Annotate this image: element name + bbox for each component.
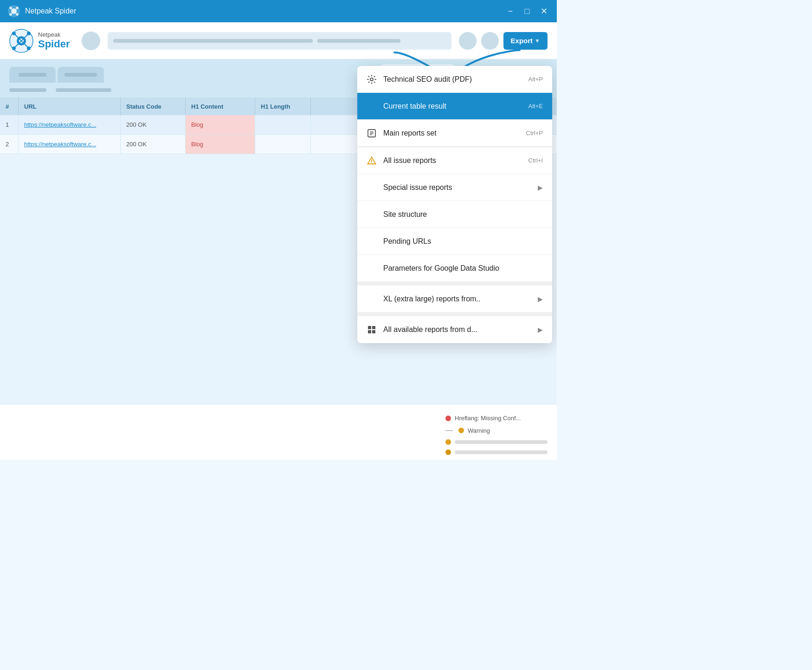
- menu-label-xl-reports: XL (extra large) reports from..: [383, 295, 531, 303]
- warning-label: Warning: [468, 427, 490, 434]
- toolbar-right: Export ▼: [459, 32, 548, 50]
- window-controls: − □ ✕: [505, 6, 549, 17]
- menu-label-special-issues: Special issue reports: [383, 183, 531, 192]
- cell-h1-2: Blog: [186, 135, 255, 154]
- search-bar[interactable]: [108, 32, 451, 50]
- menu-item-technical-seo[interactable]: Technical SEO audit (PDF) Alt+P: [357, 66, 552, 93]
- menu-label-main-reports: Main reports set: [383, 129, 520, 137]
- menu-item-xl-reports[interactable]: XL (extra large) reports from.. ▶: [357, 286, 552, 312]
- minimize-button[interactable]: −: [505, 6, 516, 17]
- app-body: Netpeak Spider Export ▼ URL Explorer (2): [0, 22, 557, 460]
- bottom-bar-item-2: [445, 449, 548, 455]
- menu-shortcut-current-table: Alt+E: [528, 103, 543, 110]
- export-dropdown-menu: Technical SEO audit (PDF) Alt+P Current …: [357, 66, 552, 343]
- menu-label-all-available: All available reports from d...: [383, 325, 531, 334]
- avatar: [82, 32, 100, 50]
- menu-item-all-issues[interactable]: All issue reports Ctrl+I: [357, 147, 552, 174]
- title-bar: Netpeak Spider − □ ✕: [0, 0, 557, 22]
- cell-url-2[interactable]: https://netpeaksoftware.c...: [19, 135, 121, 154]
- search-bar-placeholder2: [317, 39, 400, 43]
- toolbar-icon-1[interactable]: [459, 32, 477, 50]
- bottom-progress-bar-2: [455, 450, 548, 454]
- reports-icon: [367, 128, 377, 138]
- maximize-button[interactable]: □: [522, 6, 533, 17]
- svg-rect-32: [368, 330, 371, 333]
- svg-rect-30: [368, 326, 371, 329]
- all-available-icon: [367, 325, 377, 335]
- menu-shortcut-technical-seo: Alt+P: [528, 76, 543, 83]
- tab-inactive-1[interactable]: [9, 67, 56, 83]
- menu-item-site-structure[interactable]: Site structure: [357, 201, 552, 228]
- hreflang-item: Hreflang: Missing Conf...: [445, 415, 548, 422]
- export-dropdown-arrow: ▼: [535, 38, 540, 44]
- app-title: Netpeak Spider: [25, 7, 500, 15]
- col-header-h1: H1 Content: [186, 98, 255, 115]
- hreflang-label: Hreflang: Missing Conf...: [455, 415, 521, 422]
- dot-yellow3-icon: [445, 449, 451, 455]
- menu-label-google-data-studio: Parameters for Google Data Studio: [383, 264, 543, 273]
- svg-point-17: [12, 32, 16, 35]
- cell-url-1[interactable]: https://netpeaksoftware.c...: [19, 115, 121, 134]
- close-button[interactable]: ✕: [538, 6, 549, 17]
- dot-yellow2-icon: [445, 439, 451, 445]
- bottom-bar-item-1: [445, 439, 548, 445]
- col-header-h1len: H1 Length: [255, 98, 311, 115]
- menu-item-pending-urls[interactable]: Pending URLs: [357, 228, 552, 255]
- cell-num-2: 2: [0, 135, 19, 154]
- menu-shortcut-all-issues: Ctrl+I: [528, 157, 543, 164]
- app-logo-icon: [7, 5, 20, 18]
- menu-section-divider: [357, 282, 552, 286]
- svg-rect-33: [372, 330, 375, 333]
- bottom-progress-bar-1: [455, 440, 548, 444]
- cell-h1-1: Blog: [186, 115, 255, 134]
- cell-num-1: 1: [0, 115, 19, 134]
- col-header-status: Status Code: [121, 98, 186, 115]
- menu-item-all-available[interactable]: All available reports from d... ▶: [357, 316, 552, 343]
- xl-reports-arrow-icon: ▶: [538, 295, 543, 303]
- menu-label-pending-urls: Pending URLs: [383, 237, 543, 246]
- menu-item-main-reports[interactable]: Main reports set Ctrl+P: [357, 120, 552, 147]
- spider-logo-icon: [9, 29, 33, 53]
- svg-rect-31: [372, 326, 375, 329]
- export-label: Export: [511, 37, 533, 45]
- cell-status-1: 200 OK: [121, 115, 186, 134]
- logo-spider: Spider: [38, 39, 70, 50]
- svg-point-19: [12, 46, 16, 50]
- logo-area: Netpeak Spider: [9, 29, 70, 53]
- logo-netpeak: Netpeak: [38, 32, 70, 38]
- special-issues-arrow-icon: ▶: [538, 184, 543, 191]
- all-available-arrow-icon: ▶: [538, 326, 543, 333]
- toolbar-icon-2[interactable]: [481, 32, 499, 50]
- col-header-url: URL: [19, 98, 121, 115]
- logo-text: Netpeak Spider: [38, 32, 70, 49]
- dot-yellow-icon: [458, 428, 464, 433]
- menu-item-current-table[interactable]: Current table result Alt+E: [357, 93, 552, 120]
- bottom-panel: Hreflang: Missing Conf... — Warning: [0, 404, 557, 460]
- bottom-right-panel: Hreflang: Missing Conf... — Warning: [445, 415, 548, 455]
- toolbar: Netpeak Spider Export ▼: [0, 22, 557, 59]
- xl-reports-icon: [367, 294, 377, 304]
- svg-point-18: [27, 32, 31, 35]
- cell-h1len-2: [255, 135, 311, 154]
- dot-red-icon: [445, 416, 451, 421]
- tab-inactive-2[interactable]: [58, 67, 104, 83]
- gear-icon: [367, 74, 377, 85]
- cell-status-2: 200 OK: [121, 135, 186, 154]
- tab-bar-filler1: [19, 73, 46, 77]
- menu-item-google-data-studio[interactable]: Parameters for Google Data Studio: [357, 255, 552, 282]
- menu-shortcut-main-reports: Ctrl+P: [526, 130, 543, 137]
- current-table-icon: [367, 101, 377, 111]
- col-header-num: #: [0, 98, 19, 115]
- svg-point-23: [370, 78, 373, 81]
- svg-point-29: [371, 162, 372, 163]
- svg-point-20: [27, 46, 31, 50]
- cell-h1len-1: [255, 115, 311, 134]
- menu-item-special-issues[interactable]: Special issue reports ▶: [357, 174, 552, 201]
- warning-icon: [367, 156, 377, 166]
- search-bar-placeholder: [113, 39, 313, 43]
- subheader-bar2: [56, 88, 111, 92]
- menu-section-divider-2: [357, 312, 552, 316]
- dash-icon: —: [445, 426, 453, 435]
- export-button[interactable]: Export ▼: [503, 32, 548, 50]
- menu-label-all-issues: All issue reports: [383, 156, 522, 165]
